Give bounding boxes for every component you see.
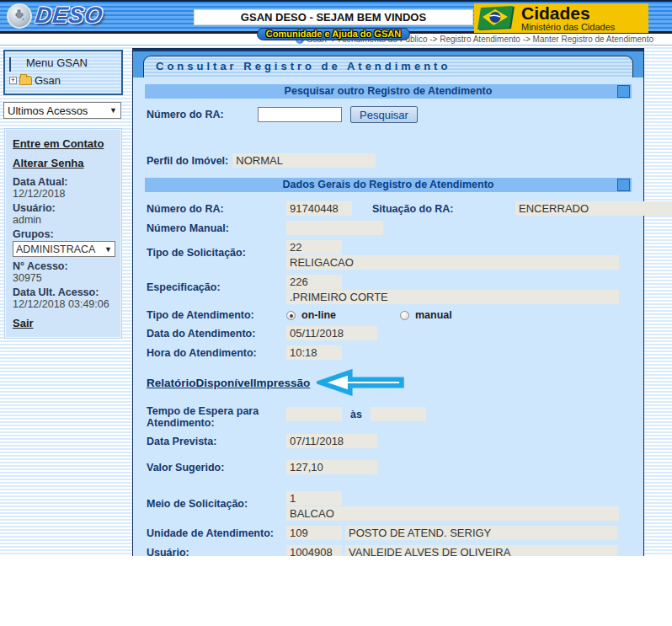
radio-manual-label: manual [415, 309, 452, 321]
cidades-logo: Cidades Ministério das Cidades [474, 3, 648, 33]
faucet-icon [7, 3, 32, 29]
row-meio-solicitacao: Meio de Solicitação: 1 BALCAO [147, 489, 630, 523]
row-hora-atendimento: Hora do Atendimento: 10:18 [147, 343, 630, 362]
situacao-ra-label: Situação do RA: [372, 203, 512, 215]
brazil-flag-icon [477, 5, 518, 32]
row-valor-sugerido: Valor Sugerido: 127,10 [147, 457, 630, 477]
tempo-espera-de [286, 407, 342, 421]
community-help-link[interactable]: Comunidade e Ajuda do GSAN [257, 28, 410, 40]
tempo-espera-ate [371, 407, 426, 421]
section-corner-box [617, 179, 630, 191]
hora-atendimento-value: 10:18 [286, 345, 342, 360]
recent-access-dropdown[interactable]: Ultimos Acessos ▼ [3, 102, 121, 119]
unidade-atendimento-label: Unidade de Atendimento: [147, 527, 286, 539]
ra-search-input[interactable] [258, 107, 342, 122]
title-band: Consultar Registro de Atendimento [133, 49, 643, 78]
contact-link[interactable]: Entre em Contato [13, 137, 114, 150]
valor-sugerido-label: Valor Sugerido: [147, 462, 286, 474]
last-access-value: 12/12/2018 03:49:06 [13, 298, 114, 310]
tipo-atendimento-label: Tipo de Atendimento: [147, 309, 286, 321]
tree-expand-icon[interactable]: + [9, 77, 17, 84]
page-title: Consultar Registro de Atendimento [143, 56, 633, 78]
row-especificacao: Especificação: 226 .PRIMEIRO CORTE [147, 272, 630, 307]
especificacao-desc: .PRIMEIRO CORTE [286, 290, 619, 304]
chevron-down-icon: ▼ [109, 106, 117, 115]
numero-manual-label: Número Manual: [147, 222, 286, 234]
tipo-solicitacao-codigo: 22 [286, 240, 342, 254]
menu-gsan-box: Menu GSAN + Gsan [3, 50, 123, 95]
meio-solicitacao-codigo: 1 [286, 491, 342, 506]
row-unidade-atendimento: Unidade de Atendimento: 109 POSTO DE ATE… [147, 523, 630, 543]
numero-ra-value: 91740448 [286, 201, 352, 216]
section-corner-box [617, 85, 630, 98]
radio-manual[interactable] [400, 311, 409, 320]
unidade-atendimento-codigo: 109 [286, 526, 342, 540]
perfil-imovel-value: NORMAL [232, 153, 376, 168]
row-usuario: Usuário: 1004908 VANLEIDE ALVES DE OLIVE… [147, 543, 630, 556]
main-panel: Consultar Registro de Atendimento Pesqui… [132, 48, 644, 556]
data-prevista-label: Data Prevista: [147, 436, 286, 447]
unidade-atendimento-desc: POSTO DE ATEND. SERIGY [345, 526, 617, 540]
annotation-arrow-icon [317, 369, 404, 396]
data-atendimento-value: 05/11/2018 [286, 326, 377, 340]
search-section-title: Pesquisar outro Registro de Atendimento [285, 85, 493, 97]
tree-item-gsan[interactable]: Gsan [35, 74, 61, 87]
relatorio-impressao-link[interactable]: RelatórioDisponívelImpressão [147, 377, 310, 389]
usuario-codigo: 1004908 [286, 545, 342, 556]
change-password-link[interactable]: Alterar Senha [13, 157, 114, 169]
numero-manual-value [286, 221, 383, 235]
dados-section-header: Dados Gerais do Registro de Atendimento [145, 178, 632, 192]
meio-solicitacao-label: Meio de Solicitação: [147, 491, 286, 510]
especificacao-codigo: 226 [286, 275, 342, 289]
deso-logo: DESO [7, 3, 104, 29]
cidades-title: Cidades [521, 4, 615, 22]
search-button[interactable]: Pesquisar [350, 106, 418, 123]
data-atendimento-label: Data do Atendimento: [147, 328, 286, 340]
row-numero-ra: Número do RA: 91740448 Situação do RA: E… [147, 199, 630, 218]
chevron-down-icon: ▼ [104, 245, 112, 254]
access-number-value: 30975 [13, 272, 114, 284]
radio-online-label: on-line [301, 309, 336, 321]
row-relatorio: RelatórioDisponívelImpressão [147, 369, 630, 396]
tipo-solicitacao-desc: RELIGACAO [286, 255, 619, 270]
current-date-value: 12/12/2018 [13, 188, 114, 200]
meio-solicitacao-desc: BALCAO [286, 506, 619, 521]
user-label: Usuário: [13, 202, 114, 214]
session-info-panel: Entre em Contato Alterar Senha Data Atua… [5, 129, 121, 338]
tipo-solicitacao-label: Tipo de Solicitação: [147, 240, 286, 259]
row-tempo-espera: Tempo de Espera para Atendimento: às [147, 401, 630, 431]
row-data-prevista: Data Prevista: 07/11/2018 [147, 431, 630, 451]
cidades-subtitle: Ministério das Cidades [521, 23, 615, 32]
dados-section-title: Dados Gerais do Registro de Atendimento [283, 179, 494, 190]
hora-atendimento-label: Hora do Atendimento: [147, 347, 286, 359]
row-data-atendimento: Data do Atendimento: 05/11/2018 [147, 324, 630, 343]
row-numero-manual: Número Manual: [147, 218, 630, 238]
especificacao-label: Especificação: [147, 275, 286, 293]
row-tipo-atendimento: Tipo de Atendimento: on-line manual [147, 307, 630, 324]
numero-ra-label: Número do RA: [147, 203, 286, 215]
page-banner-title: GSAN DESO - SEJAM BEM VINDOS [194, 9, 473, 25]
current-date-label: Data Atual: [13, 176, 114, 188]
logout-link[interactable]: Sair [13, 317, 114, 329]
perfil-imovel-label: Perfil do Imóvel: [147, 155, 228, 167]
tempo-espera-as-label: às [350, 409, 362, 420]
access-number-label: N° Acesso: [13, 260, 114, 272]
tempo-espera-label: Tempo de Espera para Atendimento: [147, 404, 286, 429]
search-section-header: Pesquisar outro Registro de Atendimento [145, 84, 632, 99]
groups-dropdown[interactable]: ADMINISTRACA ▼ [13, 241, 115, 257]
groups-dropdown-value: ADMINISTRACA [16, 243, 95, 255]
app-header: DESO GSAN DESO - SEJAM BEM VINDOS Comuni… [0, 0, 672, 34]
last-access-label: Data Ult. Acesso: [13, 286, 114, 298]
page-body: Menu GSAN + Gsan Ultimos Acessos ▼ Entre… [0, 45, 672, 556]
radio-online[interactable] [286, 311, 296, 320]
valor-sugerido-value: 127,10 [286, 460, 377, 474]
situacao-ra-value: ENCERRADO [515, 201, 672, 216]
computer-icon [9, 58, 21, 68]
usuario-label: Usuário: [147, 547, 286, 557]
sidebar: Menu GSAN + Gsan Ultimos Acessos ▼ Entre… [3, 50, 123, 338]
usuario-desc: VANLEIDE ALVES DE OLIVEIRA [345, 545, 617, 556]
menu-gsan-title: Menu GSAN [26, 56, 88, 69]
groups-label: Grupos: [13, 228, 114, 240]
folder-icon [19, 76, 32, 85]
recent-access-dropdown-value: Ultimos Acessos [8, 104, 88, 117]
